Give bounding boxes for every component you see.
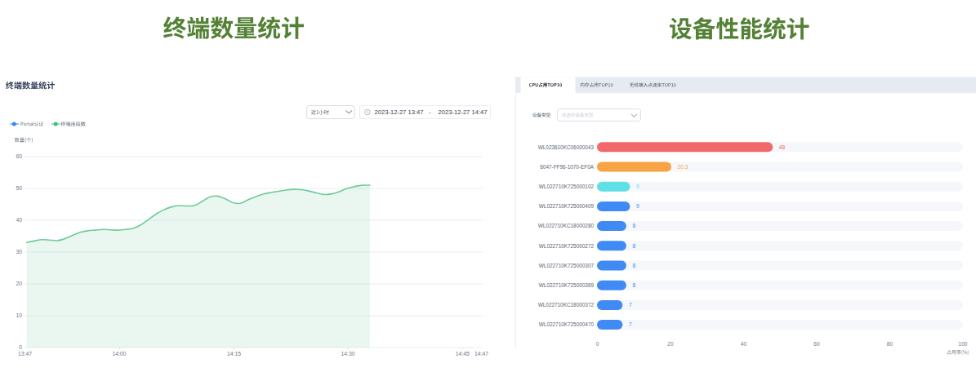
svg-text:8: 8 xyxy=(632,223,635,228)
svg-text:0: 0 xyxy=(596,341,599,347)
svg-text:8: 8 xyxy=(632,243,635,249)
svg-text:10: 10 xyxy=(16,312,22,318)
svg-text:14:30: 14:30 xyxy=(341,351,354,356)
svg-text:9: 9 xyxy=(636,184,639,189)
svg-text:WL023610KC06000043: WL023610KC06000043 xyxy=(538,144,595,150)
svg-text:80: 80 xyxy=(887,341,893,347)
svg-text:14:45: 14:45 xyxy=(456,351,470,356)
svg-text:20: 20 xyxy=(667,341,674,347)
svg-text:WL022710K725000409: WL022710K725000409 xyxy=(539,203,595,209)
svg-text:14:47: 14:47 xyxy=(474,351,488,356)
svg-text:7: 7 xyxy=(629,321,632,327)
svg-text:20.3: 20.3 xyxy=(678,164,688,170)
svg-text:100: 100 xyxy=(958,341,967,347)
svg-text:WL022710K725000470: WL022710K725000470 xyxy=(539,321,595,327)
svg-text:WL022710K725000272: WL022710K725000272 xyxy=(539,243,595,249)
svg-text:0: 0 xyxy=(19,344,22,350)
svg-text:WL022710K725000102: WL022710K725000102 xyxy=(539,184,595,189)
svg-text:6047-FF96-1070-EF0A: 6047-FF96-1070-EF0A xyxy=(540,164,594,170)
svg-text:8: 8 xyxy=(632,282,635,288)
svg-text:2023-12-27 14:47: 2023-12-27 14:47 xyxy=(439,108,488,116)
svg-text:40: 40 xyxy=(741,341,747,347)
svg-text:WL022710K725000307: WL022710K725000307 xyxy=(539,263,595,268)
svg-text:WL022710KC18000372: WL022710KC18000372 xyxy=(538,302,595,308)
svg-text:9: 9 xyxy=(636,203,639,209)
svg-text:30: 30 xyxy=(16,249,22,255)
svg-text:14:00: 14:00 xyxy=(112,351,126,356)
svg-text:8: 8 xyxy=(632,263,635,268)
svg-text:20: 20 xyxy=(16,281,22,286)
svg-text:48: 48 xyxy=(779,144,786,150)
svg-text:60: 60 xyxy=(813,341,820,347)
svg-text:13:47: 13:47 xyxy=(18,351,32,356)
svg-text:40: 40 xyxy=(16,217,22,223)
svg-text:WL022710KC18000280: WL022710KC18000280 xyxy=(538,223,595,228)
svg-text:14:15: 14:15 xyxy=(227,351,241,356)
svg-text:7: 7 xyxy=(629,302,632,308)
svg-text:2023-12-27 13:47: 2023-12-27 13:47 xyxy=(375,108,424,116)
svg-text:50: 50 xyxy=(16,185,22,191)
svg-text:WL022710K725000369: WL022710K725000369 xyxy=(539,282,595,288)
svg-text:60: 60 xyxy=(16,153,22,159)
